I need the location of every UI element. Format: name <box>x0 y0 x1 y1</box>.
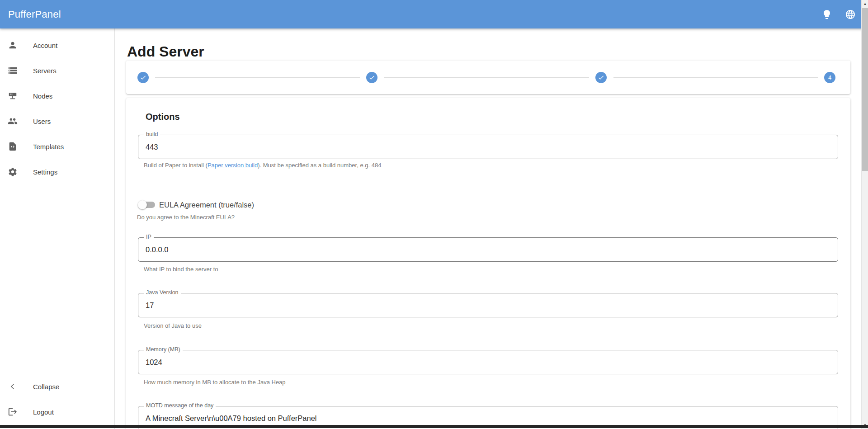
sidebar-item-account[interactable]: Account <box>0 33 114 58</box>
step-connector <box>155 77 360 78</box>
java-version-input[interactable] <box>138 293 838 317</box>
language-globe-icon[interactable] <box>844 9 856 20</box>
memory-field: Memory (MB) <box>138 350 838 374</box>
chevron-left-icon <box>8 382 18 391</box>
app-window: PufferPanel Account Servers <box>0 0 868 429</box>
sidebar-item-servers[interactable]: Servers <box>0 58 114 83</box>
sidebar-collapse-button[interactable]: Collapse <box>0 374 114 399</box>
sidebar-item-users[interactable]: Users <box>0 108 114 134</box>
build-field: build <box>138 135 838 159</box>
memory-input[interactable] <box>138 350 838 374</box>
build-helper-text: Build of Paper to install (Paper version… <box>144 162 381 169</box>
scrollbar-thumb[interactable] <box>862 8 868 171</box>
eula-toggle-label[interactable]: EULA Agreement (true/false) <box>159 201 254 209</box>
theme-lightbulb-icon[interactable] <box>821 9 833 20</box>
sidebar-item-label: Servers <box>33 67 57 75</box>
step-3-complete[interactable] <box>595 72 607 83</box>
java-version-field: Java Version <box>138 293 838 317</box>
java-version-helper-text: Version of Java to use <box>144 322 202 329</box>
sidebar-item-label: Account <box>33 42 57 49</box>
sidebar: Account Servers Nodes Users <box>0 28 115 429</box>
step-4-current[interactable]: 4 <box>824 72 835 83</box>
scroll-up-arrow[interactable]: ▲ <box>862 0 868 8</box>
step-number: 4 <box>828 74 831 81</box>
ip-input[interactable] <box>138 238 838 261</box>
window-bottom-edge <box>0 425 868 428</box>
stepper-card: 4 <box>126 61 850 94</box>
paper-version-build-link[interactable]: Paper version build <box>208 162 258 169</box>
step-connector <box>613 77 818 78</box>
step-1-complete[interactable] <box>137 72 149 83</box>
page-title: Add Server <box>127 43 204 60</box>
sidebar-nav-list: Account Servers Nodes Users <box>0 28 114 184</box>
build-input[interactable] <box>138 135 838 159</box>
ip-field: IP <box>138 237 838 262</box>
step-check-icon <box>598 74 604 81</box>
people-icon <box>8 116 18 126</box>
sidebar-bottom: Collapse Logout <box>0 374 114 424</box>
step-2-complete[interactable] <box>366 72 377 83</box>
sidebar-item-settings[interactable]: Settings <box>0 159 114 184</box>
person-icon <box>8 40 18 50</box>
topbar-actions <box>821 0 856 28</box>
logout-icon <box>8 407 18 417</box>
sidebar-item-label: Nodes <box>33 92 52 100</box>
node-server-icon <box>8 91 18 101</box>
storage-icon <box>8 66 18 75</box>
server-options-card: Options build Build of Paper to install … <box>126 98 850 429</box>
collapse-label: Collapse <box>33 383 59 391</box>
memory-helper-text: How much memory in MB to allocate to the… <box>144 379 286 386</box>
ip-helper-text: What IP to bind the server to <box>144 266 218 273</box>
app-title: PufferPanel <box>8 9 61 20</box>
sidebar-item-templates[interactable]: Templates <box>0 134 114 159</box>
eula-helper-text: Do you agree to the Minecraft EULA? <box>137 214 235 221</box>
sidebar-item-label: Users <box>33 118 51 125</box>
sidebar-logout-button[interactable]: Logout <box>0 399 114 424</box>
logout-label: Logout <box>33 408 54 416</box>
section-title: Options <box>146 112 180 122</box>
step-check-icon <box>140 74 146 81</box>
sidebar-item-nodes[interactable]: Nodes <box>0 83 114 108</box>
step-check-icon <box>368 74 375 81</box>
sidebar-item-label: Settings <box>33 168 57 176</box>
sidebar-item-label: Templates <box>33 143 64 151</box>
file-code-icon <box>8 141 18 151</box>
toggle-thumb <box>138 200 147 209</box>
step-connector <box>384 77 589 78</box>
vertical-scrollbar[interactable]: ▲ ▼ <box>861 0 868 429</box>
eula-toggle[interactable] <box>138 200 156 209</box>
top-bar: PufferPanel <box>0 0 868 28</box>
gear-icon <box>8 167 18 177</box>
